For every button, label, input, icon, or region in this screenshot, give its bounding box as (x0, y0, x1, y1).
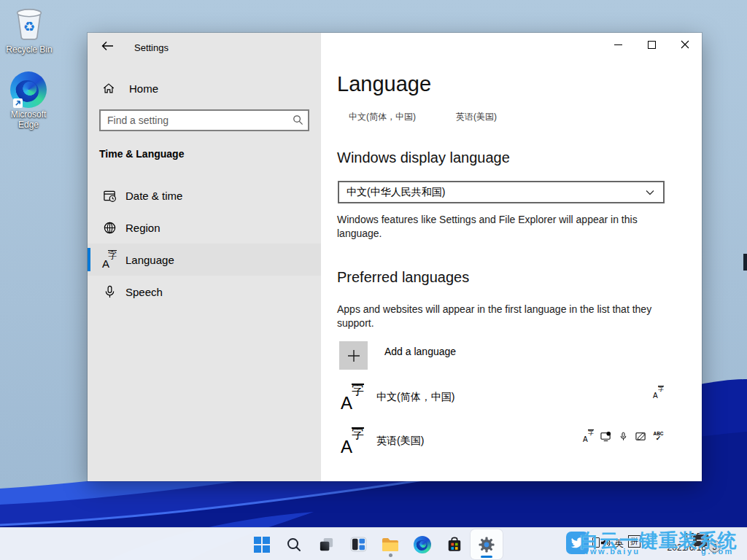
sidebar-item-language[interactable]: A字 Language (88, 244, 321, 276)
taskbar-search-button[interactable] (278, 529, 310, 559)
handwriting-icon (635, 431, 646, 442)
sidebar-item-home[interactable]: Home (93, 77, 315, 100)
file-explorer-icon (382, 537, 399, 553)
preferred-languages-description: Apps and websites will appear in the fir… (337, 303, 659, 330)
globe-icon (102, 220, 117, 235)
sidebar-home-label: Home (129, 82, 158, 95)
settings-window: Settings Home Time & Language (88, 33, 702, 481)
minimize-icon (614, 41, 622, 49)
minimize-button[interactable] (601, 33, 635, 56)
desktop-icon-label: Recycle Bin (1, 44, 57, 55)
sidebar-item-label: Date & time (125, 190, 182, 202)
preferred-languages-heading: Preferred languages (337, 269, 469, 286)
home-icon (102, 82, 115, 95)
language-icon: A字 (341, 429, 364, 454)
sidebar-item-label: Region (125, 222, 160, 234)
plus-icon (339, 341, 368, 370)
inline-language-label: 英语(美国) (456, 111, 497, 123)
language-name: 中文(简体，中国) (376, 391, 653, 404)
language-icon: A字 (102, 252, 117, 267)
add-language-button[interactable]: Add a language (339, 341, 456, 370)
widgets-icon (350, 537, 367, 552)
close-icon (681, 40, 689, 49)
search-box (99, 109, 309, 131)
language-list-item-english[interactable]: A字 英语(美国) A字 (321, 421, 702, 461)
edge-button[interactable] (406, 529, 438, 559)
microphone-icon (102, 284, 117, 299)
edge-icon (10, 71, 47, 108)
dropdown-selected-value: 中文(中华人民共和国) (347, 186, 646, 199)
desktop-icon-recycle-bin[interactable]: ♻ Recycle Bin (1, 6, 57, 55)
language-pack-icon: A字 (583, 431, 594, 442)
speech-icon (618, 431, 629, 442)
language-name: 英语(美国) (376, 435, 583, 448)
search-icon[interactable] (293, 114, 303, 125)
store-button[interactable] (438, 529, 471, 559)
maximize-icon (648, 41, 656, 49)
window-title: Settings (134, 42, 169, 53)
settings-content: Language 中文(简体，中国) 英语(美国) Windows displa… (321, 33, 702, 481)
recycle-bin-icon: ♻ (12, 6, 46, 41)
close-button[interactable] (668, 33, 702, 56)
sidebar-section-heading: Time & Language (99, 148, 184, 160)
sidebar-item-region[interactable]: Region (88, 211, 321, 244)
shortcut-arrow-icon (13, 98, 23, 108)
settings-sidebar: Settings Home Time & Language (88, 33, 321, 481)
widgets-button[interactable] (342, 529, 374, 559)
back-arrow-icon (101, 41, 114, 51)
basic-typing-icon: ABC✓ (653, 431, 664, 442)
language-feature-icons: A字 (583, 431, 664, 442)
display-language-dropdown[interactable]: 中文(中华人民共和国) (338, 181, 665, 203)
settings-button[interactable] (471, 529, 503, 559)
back-button[interactable] (95, 36, 120, 56)
file-explorer-button[interactable] (374, 529, 406, 559)
start-button[interactable] (246, 529, 278, 559)
language-list-item-chinese[interactable]: A字 中文(简体，中国) A字 (321, 377, 702, 417)
desktop: ♻ Recycle Bin Microsoft Edge Settings (0, 0, 747, 560)
search-icon (286, 537, 302, 553)
display-language-icon (600, 431, 611, 442)
language-feature-icons: A字 (653, 387, 664, 398)
maximize-button[interactable] (635, 33, 668, 56)
edge-icon (414, 536, 431, 553)
window-titlebar: Settings (88, 33, 321, 62)
window-caption-buttons (601, 33, 702, 56)
chevron-down-icon (646, 190, 654, 195)
sidebar-nav: Date & time Region A字 (88, 179, 321, 308)
sidebar-item-date-time[interactable]: Date & time (88, 179, 321, 211)
calendar-clock-icon (102, 188, 117, 203)
task-view-button[interactable] (310, 529, 342, 559)
store-icon (446, 536, 462, 553)
language-icon: A字 (341, 385, 364, 410)
sidebar-item-label: Language (125, 254, 174, 266)
search-input[interactable] (99, 109, 309, 131)
language-pack-icon: A字 (653, 387, 664, 398)
display-language-description: Windows features like Settings and File … (337, 213, 643, 241)
cursor-artifact (743, 254, 747, 271)
inline-language-label: 中文(简体，中国) (349, 111, 416, 123)
windows-logo-icon (254, 537, 270, 553)
watermark-title: 白云一键重装系统 (580, 528, 747, 553)
add-language-label: Add a language (384, 346, 456, 357)
desktop-icon-microsoft-edge[interactable]: Microsoft Edge (1, 71, 56, 130)
desktop-icon-label: Microsoft Edge (1, 109, 56, 130)
task-view-icon (318, 536, 335, 553)
sidebar-item-label: Speech (125, 286, 163, 298)
taskbar-center (246, 529, 503, 559)
page-title: Language (337, 72, 431, 96)
svg-text:♻: ♻ (23, 19, 36, 34)
settings-gear-icon (478, 536, 495, 553)
display-language-heading: Windows display language (337, 149, 510, 166)
sidebar-item-speech[interactable]: Speech (88, 276, 321, 308)
